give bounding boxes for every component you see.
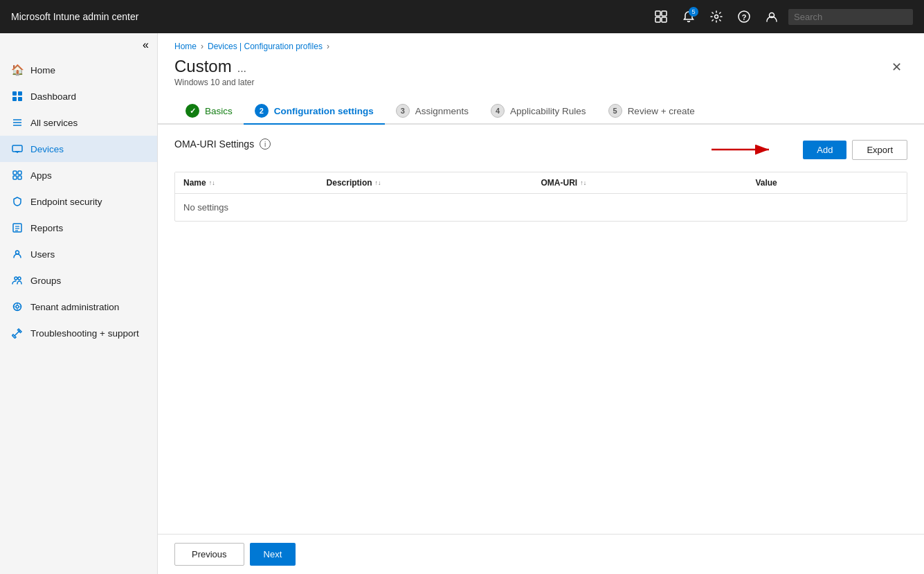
svg-point-30 xyxy=(16,305,19,308)
tab-circle-assignments: 3 xyxy=(396,104,410,118)
sidebar-item-label: Users xyxy=(30,249,55,260)
sidebar-item-home[interactable]: 🏠 Home xyxy=(0,57,157,83)
content-area: Home › Devices | Configuration profiles … xyxy=(158,33,924,574)
svg-rect-15 xyxy=(12,145,22,152)
sidebar-item-dashboard[interactable]: Dashboard xyxy=(0,83,157,109)
svg-rect-2 xyxy=(655,17,660,22)
sidebar-item-apps[interactable]: Apps xyxy=(0,162,157,188)
collapse-icon: « xyxy=(143,39,149,51)
svg-rect-10 xyxy=(12,97,17,101)
notification-btn[interactable]: 5 xyxy=(678,6,700,28)
tab-assignments[interactable]: 3 Assignments xyxy=(385,98,480,125)
oma-uri-table: Name ↑↓ Description ↑↓ OMA-URI ↑↓ Value xyxy=(174,172,907,222)
no-settings-text: No settings xyxy=(183,202,898,213)
sort-description-icon[interactable]: ↑↓ xyxy=(375,179,381,186)
topbar: Microsoft Intune admin center 5 ? xyxy=(0,0,924,33)
app-title: Microsoft Intune admin center xyxy=(11,11,650,22)
troubleshooting-icon xyxy=(11,327,24,339)
sidebar: « 🏠 Home Dashboard All services Devices xyxy=(0,33,158,574)
sidebar-item-label: Devices xyxy=(30,144,64,154)
sort-name-icon[interactable]: ↑↓ xyxy=(209,179,215,186)
svg-point-28 xyxy=(18,277,21,280)
groups-icon xyxy=(11,274,24,287)
users-icon xyxy=(11,248,24,260)
tab-label-config: Configuration settings xyxy=(274,106,374,116)
svg-rect-19 xyxy=(18,171,21,174)
breadcrumb-config-profiles[interactable]: Devices | Configuration profiles xyxy=(208,42,323,51)
sidebar-item-all-services[interactable]: All services xyxy=(0,109,157,136)
devices-icon xyxy=(11,143,24,155)
svg-rect-8 xyxy=(12,91,17,96)
oma-uri-header-row: OMA-URI Settings i Add Ex xyxy=(174,138,907,161)
export-button[interactable]: Export xyxy=(852,140,907,160)
sidebar-item-devices[interactable]: Devices xyxy=(0,136,157,162)
tab-circle-review: 5 xyxy=(608,104,622,118)
home-icon: 🏠 xyxy=(11,64,24,76)
sidebar-collapse-btn[interactable]: « xyxy=(0,33,157,57)
info-icon[interactable]: i xyxy=(260,138,271,150)
next-button[interactable]: Next xyxy=(250,543,296,566)
tab-label-applicability: Applicability Rules xyxy=(510,106,586,116)
sidebar-item-label: Endpoint security xyxy=(30,197,102,207)
col-header-name: Name ↑↓ xyxy=(183,178,327,188)
tab-basics[interactable]: ✓ Basics xyxy=(174,98,244,125)
previous-button[interactable]: Previous xyxy=(174,543,244,566)
notification-badge: 5 xyxy=(689,7,698,17)
dashboard-icon xyxy=(11,90,24,102)
svg-rect-9 xyxy=(18,91,22,96)
page-title: Custom xyxy=(174,57,232,76)
tab-review-create[interactable]: 5 Review + create xyxy=(597,98,706,125)
sidebar-item-troubleshooting[interactable]: Troubleshooting + support xyxy=(0,320,157,346)
svg-rect-11 xyxy=(18,97,22,101)
sidebar-item-endpoint-security[interactable]: Endpoint security xyxy=(0,188,157,215)
svg-rect-20 xyxy=(13,176,17,179)
portal-icon-btn[interactable] xyxy=(650,6,672,28)
tab-configuration-settings[interactable]: 2 Configuration settings xyxy=(244,98,385,125)
col-header-oma-uri: OMA-URI ↑↓ xyxy=(541,178,756,188)
wizard-tabs: ✓ Basics 2 Configuration settings 3 Assi… xyxy=(158,87,924,125)
oma-uri-label: OMA-URI Settings xyxy=(174,138,254,150)
add-button[interactable]: Add xyxy=(803,141,846,159)
tab-label-basics: Basics xyxy=(205,106,233,116)
tenant-icon xyxy=(11,301,24,313)
sidebar-item-users[interactable]: Users xyxy=(0,241,157,267)
sidebar-item-label: Groups xyxy=(30,276,61,286)
settings-btn[interactable] xyxy=(705,6,727,28)
svg-point-4 xyxy=(715,15,718,19)
svg-rect-21 xyxy=(18,176,21,179)
sidebar-item-label: Troubleshooting + support xyxy=(30,328,139,339)
oma-buttons: Add Export xyxy=(803,140,907,160)
svg-rect-3 xyxy=(662,17,667,22)
tab-circle-config: 2 xyxy=(255,104,269,118)
sidebar-item-label: All services xyxy=(30,118,78,128)
sidebar-item-reports[interactable]: Reports xyxy=(0,215,157,241)
red-arrow-annotation xyxy=(708,139,777,160)
close-btn[interactable]: ✕ xyxy=(886,57,907,78)
more-options-btn[interactable]: ... xyxy=(237,62,246,75)
col-header-value: Value xyxy=(755,178,898,188)
sidebar-item-label: Reports xyxy=(30,223,63,233)
breadcrumb-sep-1: › xyxy=(201,42,203,51)
account-btn[interactable] xyxy=(761,6,783,28)
main-layout: « 🏠 Home Dashboard All services Devices xyxy=(0,33,924,574)
endpoint-security-icon xyxy=(11,195,24,208)
sidebar-item-tenant-administration[interactable]: Tenant administration xyxy=(0,294,157,320)
breadcrumb-home[interactable]: Home xyxy=(174,42,197,51)
tab-label-review: Review + create xyxy=(628,106,695,116)
svg-rect-1 xyxy=(662,11,667,16)
tab-applicability-rules[interactable]: 4 Applicability Rules xyxy=(480,98,597,125)
tab-label-assignments: Assignments xyxy=(415,106,469,116)
sort-oma-uri-icon[interactable]: ↑↓ xyxy=(580,179,586,186)
table-body: No settings xyxy=(175,194,907,221)
sidebar-item-label: Apps xyxy=(30,170,52,181)
page-subtitle: Windows 10 and later xyxy=(174,78,254,87)
apps-icon xyxy=(11,169,24,181)
help-btn[interactable]: ? xyxy=(733,6,755,28)
reports-icon xyxy=(11,222,24,234)
settings-area: OMA-URI Settings i Add Ex xyxy=(158,125,924,534)
sidebar-item-label: Tenant administration xyxy=(30,302,119,312)
sidebar-item-groups[interactable]: Groups xyxy=(0,267,157,294)
search-input[interactable] xyxy=(788,9,913,25)
all-services-icon xyxy=(11,116,24,129)
svg-text:?: ? xyxy=(742,13,747,21)
